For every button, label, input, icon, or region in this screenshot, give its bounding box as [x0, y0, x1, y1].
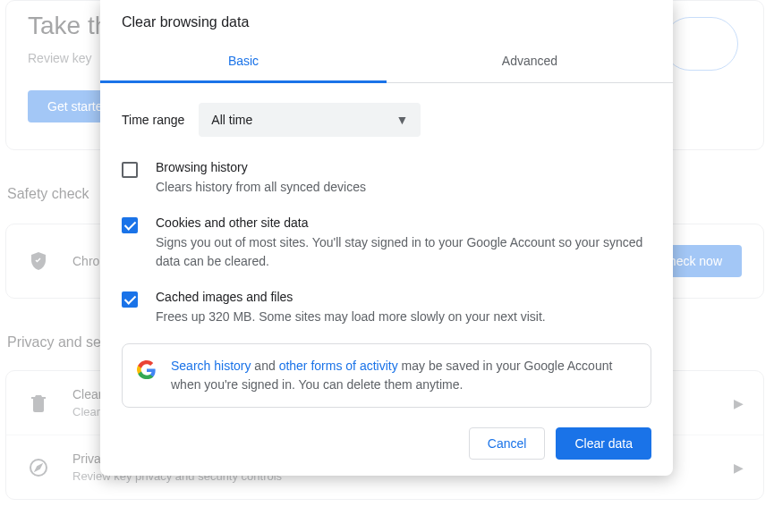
info-text: Search history and other forms of activi…: [171, 357, 636, 394]
other-activity-link[interactable]: other forms of activity: [279, 359, 398, 373]
dialog-title: Clear browsing data: [100, 0, 673, 41]
option-subtitle: Clears history from all synced devices: [156, 178, 651, 196]
search-history-link[interactable]: Search history: [171, 359, 251, 373]
option-browsing-history: Browsing historyClears history from all …: [122, 146, 651, 201]
dialog-tabs: Basic Advanced: [100, 41, 673, 83]
clear-browsing-data-dialog: Clear browsing data Basic Advanced Time …: [100, 0, 673, 476]
option-title: Browsing history: [156, 160, 651, 174]
option-cached-files: Cached images and filesFrees up 320 MB. …: [122, 275, 651, 331]
option-subtitle: Frees up 320 MB. Some sites may load mor…: [156, 308, 651, 325]
cancel-button[interactable]: Cancel: [469, 427, 546, 460]
time-range-label: Time range: [122, 113, 184, 127]
checkbox-browsing-history[interactable]: [122, 162, 138, 178]
google-logo-icon: [137, 360, 157, 380]
option-cookies: Cookies and other site dataSigns you out…: [122, 201, 651, 275]
option-title: Cached images and files: [156, 290, 651, 304]
caret-down-icon: ▼: [396, 113, 408, 127]
time-range-value: All time: [211, 113, 252, 127]
tab-advanced[interactable]: Advanced: [387, 41, 673, 82]
time-range-select[interactable]: All time ▼: [199, 103, 421, 137]
clear-data-button[interactable]: Clear data: [556, 427, 651, 460]
tab-basic[interactable]: Basic: [100, 41, 387, 83]
option-title: Cookies and other site data: [156, 215, 651, 230]
option-subtitle: Signs you out of most sites. You'll stay…: [156, 233, 651, 270]
checkbox-cached-files[interactable]: [122, 291, 138, 308]
google-account-info: Search history and other forms of activi…: [122, 343, 651, 408]
checkbox-cookies[interactable]: [122, 217, 138, 233]
